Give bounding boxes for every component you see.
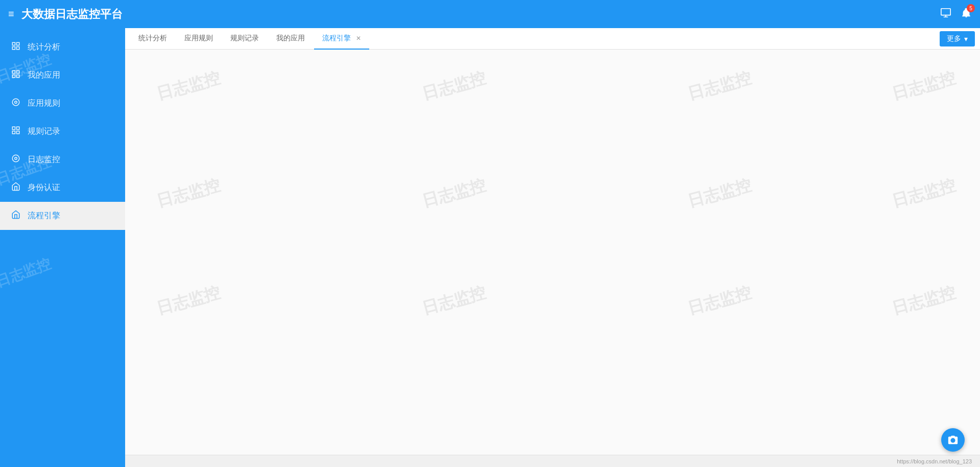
sidebar-label-myapp: 我的应用: [28, 70, 60, 81]
svg-point-15: [15, 157, 17, 160]
watermark-1: 日志监控: [154, 67, 223, 106]
status-bar: https://blog.csdn.net/blog_123: [125, 455, 980, 467]
svg-rect-12: [17, 127, 19, 129]
svg-rect-11: [12, 127, 15, 129]
svg-point-10: [12, 99, 19, 106]
main-layout: 日志监控 日志监控 日志监控 统计分析 我的应用: [0, 28, 980, 467]
svg-rect-14: [17, 131, 19, 134]
watermark-container: 日志监控 日志监控 日志监控 日志监控 日志监控 日志监控 日志监控 日志监控 …: [125, 50, 980, 455]
sidebar-label-identity: 身份认证: [28, 182, 60, 193]
identity-icon: [10, 182, 21, 194]
watermark-8: 日志监控: [889, 174, 958, 213]
sidebar-label-workflow: 流程引擎: [28, 211, 60, 221]
screen-icon[interactable]: [940, 7, 951, 21]
screenshot-button[interactable]: [941, 428, 965, 452]
svg-rect-8: [17, 75, 19, 78]
chevron-down-icon: ▾: [964, 35, 968, 43]
tab-stats[interactable]: 统计分析: [130, 28, 175, 50]
sidebar-item-stats[interactable]: 统计分析: [0, 33, 125, 61]
watermark-5: 日志监控: [154, 174, 223, 213]
menu-toggle-icon[interactable]: ≡: [8, 8, 14, 20]
svg-rect-1: [12, 42, 15, 45]
sidebar-item-apprule[interactable]: 应用规则: [0, 89, 125, 118]
svg-point-9: [15, 101, 17, 104]
tab-apprule[interactable]: 应用规则: [176, 28, 221, 50]
notification-badge: 5: [967, 4, 975, 12]
tabs-container: 统计分析 应用规则 规则记录 我的应用 流程引擎 ✕: [130, 28, 940, 50]
svg-rect-0: [941, 9, 950, 15]
svg-point-16: [12, 155, 19, 162]
sidebar-item-rulelog[interactable]: 规则记录: [0, 118, 125, 146]
sidebar-label-apprule: 应用规则: [28, 98, 60, 109]
notification-icon[interactable]: 5: [961, 7, 972, 21]
svg-rect-13: [12, 131, 15, 134]
content-area: 统计分析 应用规则 规则记录 我的应用 流程引擎 ✕ 更多 ▾: [125, 28, 980, 467]
workflow-icon: [10, 210, 21, 222]
watermark-7: 日志监控: [685, 174, 754, 213]
sidebar-label-rulelog: 规则记录: [28, 126, 60, 137]
sidebar: 日志监控 日志监控 日志监控 统计分析 我的应用: [0, 28, 125, 467]
watermark-2: 日志监控: [419, 67, 488, 106]
tab-myapp[interactable]: 我的应用: [268, 28, 313, 50]
sidebar-item-workflow[interactable]: 流程引擎: [0, 202, 125, 230]
status-url: https://blog.csdn.net/blog_123: [897, 458, 972, 464]
tab-rulelog[interactable]: 规则记录: [222, 28, 267, 50]
svg-rect-4: [17, 47, 19, 50]
more-button[interactable]: 更多 ▾: [940, 31, 975, 46]
watermark-10: 日志监控: [419, 282, 488, 320]
watermark-6: 日志监控: [419, 174, 488, 213]
header-actions: 5: [940, 7, 972, 21]
logmonitor-icon: [10, 154, 21, 166]
watermark-3: 日志监控: [685, 67, 754, 106]
watermark-12: 日志监控: [889, 282, 958, 320]
header: ≡ 大数据日志监控平台 5: [0, 0, 980, 28]
tab-workflow[interactable]: 流程引擎 ✕: [314, 28, 369, 50]
sidebar-item-myapp[interactable]: 我的应用: [0, 61, 125, 89]
svg-rect-2: [17, 42, 19, 45]
sidebar-item-identity[interactable]: 身份认证: [0, 174, 125, 202]
sidebar-watermark-3: 日志监控: [0, 254, 54, 292]
tab-workflow-close[interactable]: ✕: [356, 35, 361, 42]
svg-rect-7: [12, 75, 15, 78]
rulelog-icon: [10, 126, 21, 137]
watermark-11: 日志监控: [685, 282, 754, 320]
apprule-icon: [10, 98, 21, 109]
app-title: 大数据日志监控平台: [21, 7, 940, 22]
myapp-icon: [10, 69, 21, 81]
sidebar-item-logmonitor[interactable]: 日志监控: [0, 146, 125, 174]
sidebar-label-logmonitor: 日志监控: [28, 154, 60, 165]
content-main: 日志监控 日志监控 日志监控 日志监控 日志监控 日志监控 日志监控 日志监控 …: [125, 50, 980, 455]
watermark-4: 日志监控: [889, 67, 958, 106]
svg-rect-5: [12, 71, 15, 73]
svg-rect-6: [17, 71, 19, 73]
stats-icon: [10, 41, 21, 53]
tab-bar: 统计分析 应用规则 规则记录 我的应用 流程引擎 ✕ 更多 ▾: [125, 28, 980, 50]
watermark-9: 日志监控: [154, 282, 223, 320]
svg-rect-3: [12, 47, 15, 50]
sidebar-label-stats: 统计分析: [28, 42, 60, 53]
